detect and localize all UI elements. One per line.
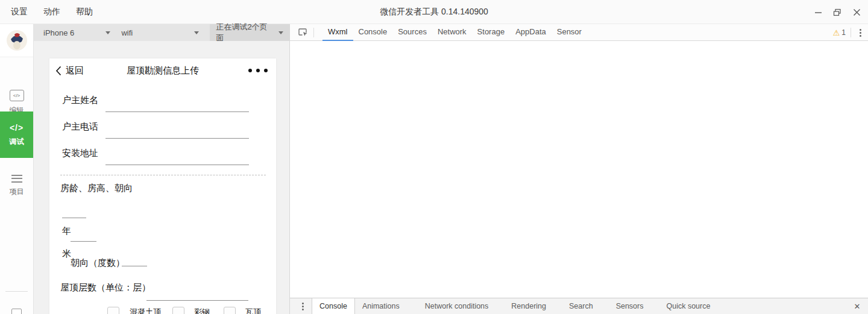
drawer-tab-console[interactable]: Console [312,298,355,314]
app-nav-bar: 返回 屋顶勘测信息上传 [49,58,276,83]
app-page-title: 屋顶勘测信息上传 [49,58,276,83]
input-owner-phone[interactable] [105,138,249,139]
chevron-down-icon [194,31,199,34]
tab-sensor[interactable]: Sensor [552,24,587,41]
debug-label: 调试 [10,137,24,147]
project-list-icon [11,175,22,183]
warning-count: 1 [841,28,846,37]
chevron-down-icon [105,31,110,34]
roof-type-label-2: 彩钢 [194,306,210,314]
avatar-image [6,30,28,51]
input-roof-floors[interactable] [146,300,248,301]
debug-pages-value: 正在调试2个页面 [216,22,274,43]
tab-appdata[interactable]: AppData [510,24,552,41]
toolbar-separator [851,28,851,37]
drawer-tab-network-conditions[interactable]: Network conditions [418,298,496,314]
drawer-tab-rendering[interactable]: Rendering [504,298,553,314]
sidebar: </> 编辑 </> 调试 项目 [0,24,34,314]
orientation-label: 朝向（度数） [71,257,125,268]
input-house-height[interactable] [71,241,96,242]
user-avatar[interactable] [0,24,33,57]
roof-type-checkbox-3[interactable] [224,307,236,314]
devtools-toolbar: Wxml Console Sources Network Storage App… [290,24,868,41]
tab-console[interactable]: Console [353,24,393,41]
devtools-tabs: Wxml Console Sources Network Storage App… [322,24,587,41]
input-orientation-degrees[interactable] [122,266,147,266]
unit-year-label: 年 [62,225,71,236]
network-value: wifi [121,28,133,37]
tab-storage[interactable]: Storage [472,24,511,41]
section-label-house-info: 房龄、房高、朝向 [60,182,133,193]
devtools-content [290,41,868,298]
device-value: iPhone 6 [43,28,74,37]
console-drawer: Console Animations Network conditions Re… [290,298,868,314]
input-install-address[interactable] [105,165,249,165]
sidebar-item-debug[interactable]: </> 调试 [0,111,33,158]
debug-pages-dropdown[interactable]: 正在调试2个页面 [210,24,289,41]
device-dropdown[interactable]: iPhone 6 [34,24,110,41]
close-icon[interactable] [851,7,862,17]
field-label-install-address: 安装地址 [62,147,98,159]
chevron-down-icon [278,31,283,34]
drawer-menu-icon[interactable] [298,301,307,311]
section-divider [60,175,266,175]
drawer-close-icon[interactable]: ✕ [851,298,863,314]
toolbar-separator [313,28,314,37]
warning-icon: ⚠ [833,29,840,37]
warning-counter[interactable]: ⚠ 1 [833,28,846,37]
wechat-devtools-window: 设置 动作 帮助 微信开发者工具 0.14.140900 [0,0,868,314]
drawer-tab-animations[interactable]: Animations [355,298,407,314]
window-title: 微信开发者工具 0.14.140900 [0,0,868,24]
input-house-age[interactable] [62,218,86,218]
network-dropdown[interactable]: wifi [110,24,199,41]
input-owner-name[interactable] [105,111,249,112]
drawer-tab-search[interactable]: Search [562,298,600,314]
edit-code-icon: </> [10,90,24,101]
more-menu-icon[interactable] [248,69,268,72]
roof-type-checkbox-2[interactable] [172,307,184,314]
restore-icon[interactable] [832,7,843,17]
inspect-element-icon[interactable] [297,27,309,39]
roof-floors-label: 屋顶层数（单位：层） [60,281,151,293]
titlebar: 设置 动作 帮助 微信开发者工具 0.14.140900 [0,0,868,24]
tab-network[interactable]: Network [432,24,472,41]
sidebar-item-project[interactable]: 项目 [0,168,33,204]
devtools-menu-icon[interactable] [856,28,864,37]
roof-type-label-3: 瓦顶 [245,306,261,314]
simulator-toolbar: iPhone 6 wifi 正在调试2个页面 [34,24,289,41]
minimize-icon[interactable] [813,7,823,17]
unit-meter-label: 米 [62,248,71,259]
sidebar-divider [5,291,28,292]
drawer-tab-quick-source[interactable]: Quick source [659,298,717,314]
roof-type-checkbox-1[interactable] [107,307,119,314]
field-label-owner-name: 户主姓名 [62,94,98,105]
project-label: 项目 [10,187,24,197]
feedback-icon[interactable] [11,309,22,314]
field-label-owner-phone: 户主电话 [62,121,98,132]
simulator-panel: iPhone 6 wifi 正在调试2个页面 返回 屋顶 [34,24,289,314]
debug-code-icon: </> [10,123,24,133]
phone-screen: 返回 屋顶勘测信息上传 户主姓名 户主电话 安装地址 房龄、房高、朝向 年 米 … [49,58,276,314]
tab-sources[interactable]: Sources [392,24,432,41]
tab-wxml[interactable]: Wxml [322,24,353,41]
devtools-panel: Wxml Console Sources Network Storage App… [289,24,868,314]
devtools-toolbar-right: ⚠ 1 [833,24,864,41]
roof-type-label-1: 混凝土顶 [130,306,161,314]
drawer-tab-sensors[interactable]: Sensors [609,298,651,314]
window-controls [813,0,862,24]
